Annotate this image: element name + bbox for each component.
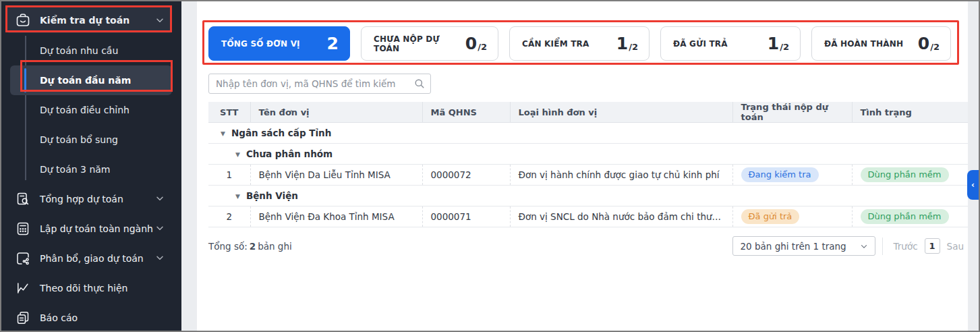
card-number: 1 — [768, 35, 779, 52]
group-row[interactable]: ▼Chưa phân nhóm — [208, 144, 968, 165]
group-label: Bệnh Viện — [246, 190, 298, 201]
status-card[interactable]: ĐÃ HOÀN THÀNH0/2 — [811, 26, 951, 61]
cell-state: Dùng phần mềm — [852, 165, 968, 186]
col-loai-hinh: Loại hình đơn vị — [510, 102, 732, 123]
cell-type: Đơn vị hành chính được giao tự chủ kinh … — [510, 165, 732, 186]
sidebar-subitem[interactable]: Dự toán điều chỉnh — [10, 95, 172, 125]
sidebar-item[interactable]: Theo dõi thực hiện — [1, 273, 181, 303]
sidebar-item[interactable]: Phân bổ, giao dự toán — [1, 244, 181, 273]
right-gutter — [968, 1, 979, 331]
sidebar-item-label: Lập dự toán toàn ngành — [40, 223, 154, 234]
card-value: 0/2 — [465, 35, 487, 52]
sidebar-item-kiem-tra-du-toan[interactable]: Kiểm tra dự toán — [7, 7, 172, 33]
col-tinh-trang: Tình trạng — [852, 102, 968, 123]
collapse-triangle-icon[interactable]: ▼ — [235, 151, 240, 158]
chevron-down-icon — [154, 252, 165, 265]
units-table: STT Tên đơn vị Mã QHNS Loại hình đơn vị … — [208, 102, 968, 227]
status-card[interactable]: ĐÃ GỬI TRẢ1/2 — [660, 26, 801, 61]
cell-name: Bệnh Viện Đa Khoa Tỉnh MISA — [250, 206, 422, 227]
card-number: 0 — [918, 35, 929, 52]
collapse-triangle-icon[interactable]: ▼ — [235, 193, 240, 200]
group-row[interactable]: ▼Bệnh Viện — [208, 186, 968, 206]
chevron-down-icon — [859, 242, 869, 251]
left-gutter — [181, 1, 197, 331]
sidebar-item-label: Kiểm tra dự toán — [40, 15, 154, 26]
sidebar-item-label: Tổng hợp dự toán — [40, 194, 154, 204]
sidebar-submenu: Dự toán nhu cầuDự toán đầu nămDự toán đi… — [1, 33, 181, 184]
card-value: 0/2 — [918, 35, 940, 52]
record-count: Tổng số:2bản ghi — [208, 241, 292, 252]
panel-collapse-toggle[interactable]: ‹ — [967, 170, 979, 200]
col-stt: STT — [208, 102, 250, 123]
total-label: Tổng số: — [208, 241, 248, 252]
search-input[interactable] — [208, 74, 431, 94]
card-label: TỔNG SỐ ĐƠN VỊ — [221, 39, 300, 49]
card-label: CẦN KIỂM TRA — [522, 39, 589, 49]
document-search-icon — [15, 191, 31, 207]
sidebar: Kiểm tra dự toán Dự toán nhu cầuDự toán … — [1, 1, 181, 331]
sidebar-item[interactable]: Báo cáo — [1, 303, 181, 332]
chevron-down-icon — [154, 15, 165, 26]
total-suffix: bản ghi — [258, 241, 292, 252]
sidebar-subitem[interactable]: Dự toán nhu cầu — [10, 36, 172, 65]
briefcase-icon — [15, 12, 31, 28]
card-total: /2 — [629, 43, 638, 51]
cell-status: Đã gửi trả — [732, 206, 852, 227]
sidebar-subitem[interactable]: Dự toán đầu năm — [10, 65, 172, 95]
chevron-left-icon: ‹ — [971, 180, 975, 190]
next-page-button[interactable]: Sau — [947, 241, 964, 252]
cell-name: Bệnh Viện Da Liễu Tỉnh MISA — [250, 165, 422, 186]
status-badge: Đã gửi trả — [741, 209, 800, 224]
sidebar-item[interactable]: Lập dự toán toàn ngành — [1, 214, 181, 244]
group-row[interactable]: ▼Ngân sách cấp Tỉnh — [208, 123, 968, 144]
chevron-down-icon — [154, 193, 165, 206]
col-ma-qhns: Mã QHNS — [422, 102, 510, 123]
table-row[interactable]: 2Bệnh Viện Đa Khoa Tỉnh MISA0000071Đơn v… — [208, 206, 968, 227]
pager-divider — [882, 238, 883, 255]
card-label: ĐÃ GỬI TRẢ — [673, 39, 728, 49]
search-icon[interactable] — [414, 78, 425, 89]
table-body: ▼Ngân sách cấp Tỉnh▼Chưa phân nhóm1Bệnh … — [208, 123, 968, 227]
page-size-select[interactable]: 20 bản ghi trên 1 trang — [732, 236, 875, 256]
sidebar-item-label: Theo dõi thực hiện — [40, 283, 165, 294]
status-card[interactable]: TỔNG SỐ ĐƠN VỊ2 — [208, 26, 350, 61]
card-value: 2 — [327, 35, 339, 52]
status-card[interactable]: CHƯA NỘP DỰ TOÁN0/2 — [361, 26, 498, 61]
chevron-down-icon — [154, 223, 165, 236]
cell-code: 0000072 — [422, 165, 510, 186]
table-footer: Tổng số:2bản ghi 20 bản ghi trên 1 trang… — [208, 236, 968, 256]
sidebar-item-label: Phân bổ, giao dự toán — [40, 253, 154, 264]
cell-stt: 2 — [208, 206, 250, 227]
total-value: 2 — [250, 241, 256, 252]
line-chart-icon — [15, 280, 31, 296]
sidebar-item[interactable]: Tổng hợp dự toán — [1, 184, 181, 214]
group-cell: ▼Bệnh Viện — [208, 186, 968, 206]
card-total: /2 — [478, 43, 487, 51]
table-row[interactable]: 1Bệnh Viện Da Liễu Tỉnh MISA0000072Đơn v… — [208, 165, 968, 186]
sidebar-subitem[interactable]: Dự toán bổ sung — [10, 125, 172, 155]
cell-state: Dùng phần mềm — [852, 206, 968, 227]
state-badge: Dùng phần mềm — [861, 209, 949, 224]
group-label: Ngân sách cấp Tỉnh — [231, 128, 331, 138]
collapse-triangle-icon[interactable]: ▼ — [221, 130, 225, 137]
table-header-row: STT Tên đơn vị Mã QHNS Loại hình đơn vị … — [208, 102, 968, 123]
distribute-icon — [15, 250, 31, 267]
state-badge: Dùng phần mềm — [861, 167, 949, 182]
col-trang-thai: Trạng thái nộp dự toán — [732, 102, 852, 123]
card-number: 1 — [616, 35, 628, 52]
current-page-box[interactable]: 1 — [925, 238, 940, 254]
status-card[interactable]: CẦN KIỂM TRA1/2 — [509, 26, 650, 61]
sidebar-subitem[interactable]: Dự toán 3 năm — [10, 155, 172, 184]
search-box — [208, 74, 431, 94]
group-cell: ▼Ngân sách cấp Tỉnh — [208, 123, 968, 144]
status-cards-row: TỔNG SỐ ĐƠN VỊ2CHƯA NỘP DỰ TOÁN0/2CẦN KI… — [208, 26, 968, 61]
main-content: TỔNG SỐ ĐƠN VỊ2CHƯA NỘP DỰ TOÁN0/2CẦN KI… — [197, 1, 968, 331]
card-value: 1/2 — [616, 35, 638, 52]
card-number: 0 — [465, 35, 477, 52]
card-label: CHƯA NỘP DỰ TOÁN — [374, 34, 465, 53]
sidebar-section: Tổng hợp dự toánLập dự toán toàn ngànhPh… — [1, 184, 181, 332]
prev-page-button[interactable]: Trước — [894, 241, 918, 252]
col-ten-don-vi: Tên đơn vị — [250, 102, 422, 123]
group-cell: ▼Chưa phân nhóm — [208, 144, 968, 165]
cell-code: 0000071 — [422, 206, 510, 227]
